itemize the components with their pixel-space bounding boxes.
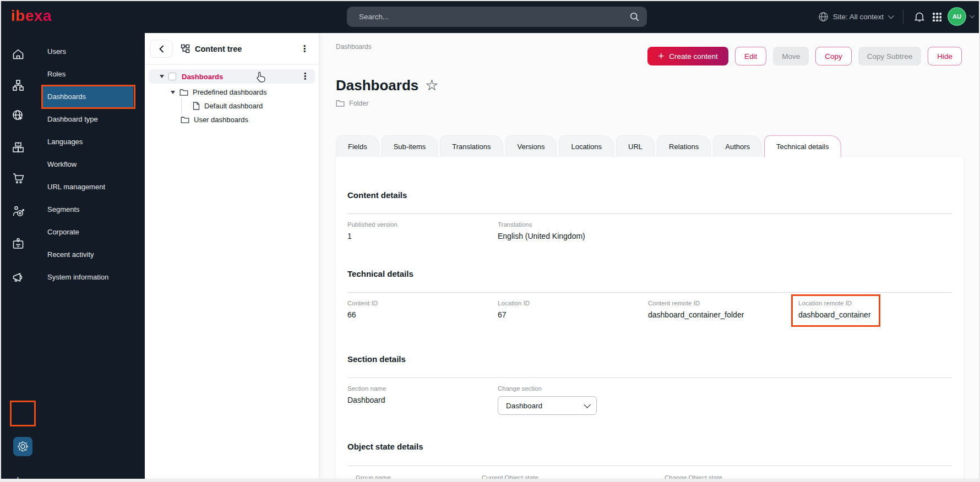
- marketing-megaphone-icon[interactable]: [0, 266, 36, 288]
- favorite-star-icon[interactable]: ☆: [425, 78, 438, 93]
- sidebar-item-system-information[interactable]: System information: [36, 266, 145, 288]
- sidebar-item-dashboard-type[interactable]: Dashboard type: [36, 108, 145, 130]
- tree-node-user-dashboards[interactable]: User dashboards: [149, 113, 315, 127]
- copy-subtree-button[interactable]: Copy Subtree: [858, 47, 922, 65]
- field-change-section: Change section Dashboard: [498, 385, 648, 415]
- search-input[interactable]: [359, 13, 630, 21]
- edit-button[interactable]: Edit: [735, 47, 766, 65]
- global-search[interactable]: [347, 7, 647, 27]
- sidebar-item-recent-activity[interactable]: Recent activity: [36, 243, 145, 266]
- corporate-badge-icon[interactable]: [0, 233, 36, 255]
- tree-panel-kebab-menu[interactable]: ⋮: [297, 42, 312, 56]
- home-icon[interactable]: [0, 43, 36, 65]
- tree-node-predefined-dashboards[interactable]: Predefined dashboards: [149, 85, 315, 99]
- sidebar-item-dashboards[interactable]: Dashboards: [43, 85, 133, 108]
- ibexa-admin-screen: ibexa Site: All context: [0, 0, 980, 482]
- folder-icon: [181, 116, 189, 124]
- folder-icon: [179, 89, 188, 96]
- sidebar-item-segments[interactable]: Segments: [36, 198, 145, 221]
- product-catalog-icon[interactable]: [0, 136, 36, 158]
- content-tree: Dashboards ⋮ Predefined dashboards: [145, 65, 319, 127]
- sidebar-item-workflow[interactable]: Workflow: [36, 153, 145, 176]
- tree-node-checkbox[interactable]: [168, 73, 176, 80]
- ibexa-logo[interactable]: ibexa: [11, 7, 52, 25]
- site-globe-icon[interactable]: [0, 105, 36, 127]
- search-icon[interactable]: [630, 12, 639, 21]
- tab-locations[interactable]: Locations: [559, 135, 614, 157]
- icon-rail: ☆: [0, 33, 36, 482]
- tab-relations[interactable]: Relations: [657, 135, 711, 157]
- content-tree-icon: [181, 44, 190, 53]
- folder-icon: [336, 100, 345, 107]
- globe-icon: [818, 12, 829, 22]
- divider: [347, 213, 952, 214]
- change-section-dropdown[interactable]: Dashboard: [498, 396, 597, 415]
- caret-down-icon[interactable]: [171, 91, 175, 94]
- content-tree-header: Content tree ⋮: [145, 33, 319, 65]
- caret-down-icon[interactable]: [160, 75, 164, 78]
- technical-details-fields: Content ID 66 Location ID 67 Content rem…: [347, 300, 952, 327]
- sidebar-item-users[interactable]: Users: [36, 40, 145, 63]
- content-details-fields: Published version 1 Translations English…: [347, 221, 952, 240]
- file-icon: [193, 102, 200, 110]
- avatar[interactable]: AU: [949, 8, 965, 25]
- sidebar-item-url-management[interactable]: URL management: [36, 176, 145, 198]
- divider: [347, 292, 952, 293]
- action-buttons: + Create content Edit Move Copy Copy Sub…: [647, 47, 962, 65]
- horizontal-scrollbar[interactable]: [0, 479, 980, 482]
- divider: [347, 465, 952, 466]
- technical-details-card: Content details Published version 1 Tran…: [336, 157, 963, 482]
- tree-node-dashboards[interactable]: Dashboards ⋮: [149, 69, 315, 84]
- tree-node-default-dashboard[interactable]: Default dashboard: [149, 99, 315, 113]
- chevron-down-icon: [970, 13, 974, 18]
- chevron-down-icon: [584, 401, 591, 408]
- content-structure-icon[interactable]: [0, 74, 36, 96]
- topbar-divider: [903, 9, 903, 24]
- content-type-label: Folder: [349, 100, 368, 107]
- object-state-details-heading: Object state details: [347, 442, 952, 452]
- sidebar-item-corporate[interactable]: Corporate: [36, 221, 145, 243]
- user-menu[interactable]: AU: [949, 8, 973, 25]
- breadcrumb[interactable]: Dashboards: [336, 43, 372, 51]
- main-content: Dashboards + Create content Edit Move Co…: [319, 33, 980, 482]
- tab-technical-details[interactable]: Technical details: [764, 135, 841, 157]
- content-tree-panel: Content tree ⋮ Dashboards ⋮: [145, 33, 319, 482]
- app-switcher-grid-icon[interactable]: [932, 12, 941, 21]
- field-location-remote-id: Location remote ID dashboard_container: [798, 300, 949, 327]
- tab-url[interactable]: URL: [616, 135, 655, 157]
- technical-details-heading: Technical details: [347, 269, 952, 279]
- create-content-button[interactable]: + Create content: [647, 47, 728, 65]
- field-location-id: Location ID 67: [498, 300, 648, 319]
- notifications-bell-icon[interactable]: [914, 11, 925, 23]
- menu-sidebar: Users Roles Dashboards Dashboard type La…: [36, 33, 145, 482]
- tab-translations[interactable]: Translations: [440, 135, 503, 157]
- personalization-target-icon[interactable]: [0, 200, 36, 222]
- top-bar: ibexa Site: All context: [0, 0, 980, 33]
- tab-fields[interactable]: Fields: [336, 135, 379, 157]
- tree-guide-line: [181, 98, 182, 114]
- tab-authors[interactable]: Authors: [713, 135, 762, 157]
- settings-gear-button[interactable]: [13, 437, 32, 456]
- sidebar-item-languages[interactable]: Languages: [36, 130, 145, 153]
- move-button[interactable]: Move: [773, 47, 809, 65]
- tab-versions[interactable]: Versions: [505, 135, 557, 157]
- sidebar-item-roles[interactable]: Roles: [36, 63, 145, 85]
- mouse-cursor-pointer: [257, 72, 266, 83]
- field-published-version: Published version 1: [347, 221, 498, 240]
- collapse-tree-button[interactable]: [150, 40, 173, 58]
- commerce-cart-icon[interactable]: [0, 167, 36, 189]
- content-details-heading: Content details: [347, 190, 952, 200]
- topbar-right-cluster: Site: All context AU: [818, 0, 973, 33]
- copy-button[interactable]: Copy: [815, 47, 852, 65]
- page-title: Dashboards ☆: [336, 77, 438, 94]
- section-details-heading: Section details: [347, 354, 952, 364]
- chevron-down-icon: [888, 13, 894, 19]
- annotation-box-location-remote-id: Location remote ID dashboard_container: [791, 294, 880, 327]
- section-details-fields: Section name Dashboard Change section Da…: [347, 385, 952, 415]
- site-context-label: Site: All context: [833, 13, 884, 21]
- tab-sub-items[interactable]: Sub-items: [382, 135, 438, 157]
- site-context-selector[interactable]: Site: All context: [818, 12, 892, 22]
- content-type-row: Folder: [336, 100, 368, 107]
- hide-button[interactable]: Hide: [928, 47, 962, 65]
- tree-node-kebab-menu[interactable]: ⋮: [297, 70, 313, 83]
